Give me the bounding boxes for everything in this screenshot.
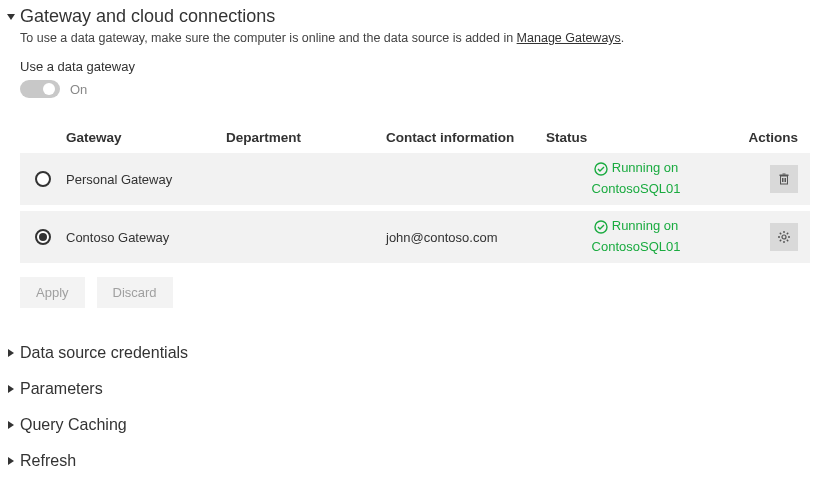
gear-icon <box>777 230 791 244</box>
gateway-status: Running on ContosoSQL01 <box>546 160 726 197</box>
section-header-gateway[interactable]: Gateway and cloud connections <box>6 6 813 27</box>
delete-button[interactable] <box>770 165 798 193</box>
svg-line-15 <box>787 240 788 241</box>
gateway-table: Gateway Department Contact information S… <box>20 122 810 263</box>
svg-line-16 <box>780 240 781 241</box>
section-title: Data source credentials <box>20 344 188 362</box>
svg-rect-7 <box>783 174 786 175</box>
svg-marker-18 <box>8 349 14 357</box>
svg-marker-19 <box>8 385 14 393</box>
col-header-status: Status <box>546 130 726 145</box>
caret-down-icon <box>6 12 16 22</box>
status-text-line1: Running on <box>612 218 679 235</box>
section-title: Refresh <box>20 452 76 470</box>
col-header-gateway: Gateway <box>66 130 226 145</box>
gateway-radio[interactable] <box>35 171 51 187</box>
apply-button[interactable]: Apply <box>20 277 85 308</box>
status-text-line2: ContosoSQL01 <box>546 181 726 198</box>
section-header-credentials[interactable]: Data source credentials <box>6 344 813 362</box>
gateway-name: Contoso Gateway <box>66 230 226 245</box>
use-gateway-toggle[interactable] <box>20 80 60 98</box>
check-circle-icon <box>594 162 608 176</box>
col-header-actions: Actions <box>726 130 810 145</box>
settings-button[interactable] <box>770 223 798 251</box>
help-text: To use a data gateway, make sure the com… <box>20 31 813 45</box>
section-title: Gateway and cloud connections <box>20 6 275 27</box>
status-text-line1: Running on <box>612 160 679 177</box>
svg-point-1 <box>595 163 607 175</box>
caret-right-icon <box>6 456 16 466</box>
section-header-query-caching[interactable]: Query Caching <box>6 416 813 434</box>
table-header-row: Gateway Department Contact information S… <box>20 122 810 153</box>
toggle-state-text: On <box>70 82 87 97</box>
svg-marker-21 <box>8 457 14 465</box>
section-header-refresh[interactable]: Refresh <box>6 452 813 470</box>
svg-rect-6 <box>780 175 789 177</box>
svg-line-14 <box>780 233 781 234</box>
section-title: Parameters <box>20 380 103 398</box>
section-title: Query Caching <box>20 416 127 434</box>
col-header-department: Department <box>226 130 386 145</box>
col-header-contact: Contact information <box>386 130 546 145</box>
caret-right-icon <box>6 348 16 358</box>
manage-gateways-link[interactable]: Manage Gateways <box>517 31 621 45</box>
gateway-status: Running on ContosoSQL01 <box>546 218 726 255</box>
table-row: Personal Gateway Running on ContosoSQL01 <box>20 153 810 205</box>
table-row: Contoso Gateway john@contoso.com Running… <box>20 211 810 263</box>
toggle-knob <box>43 83 55 95</box>
check-circle-icon <box>594 220 608 234</box>
status-text-line2: ContosoSQL01 <box>546 239 726 256</box>
trash-icon <box>777 172 791 186</box>
svg-line-17 <box>787 233 788 234</box>
caret-right-icon <box>6 420 16 430</box>
discard-button[interactable]: Discard <box>97 277 173 308</box>
svg-point-8 <box>595 221 607 233</box>
gateway-radio[interactable] <box>35 229 51 245</box>
gateway-contact: john@contoso.com <box>386 230 546 245</box>
svg-marker-20 <box>8 421 14 429</box>
help-text-suffix: . <box>621 31 624 45</box>
section-header-parameters[interactable]: Parameters <box>6 380 813 398</box>
help-text-prefix: To use a data gateway, make sure the com… <box>20 31 517 45</box>
gateway-name: Personal Gateway <box>66 172 226 187</box>
svg-marker-0 <box>7 14 15 20</box>
toggle-label: Use a data gateway <box>20 59 813 74</box>
svg-point-9 <box>782 235 786 239</box>
caret-right-icon <box>6 384 16 394</box>
